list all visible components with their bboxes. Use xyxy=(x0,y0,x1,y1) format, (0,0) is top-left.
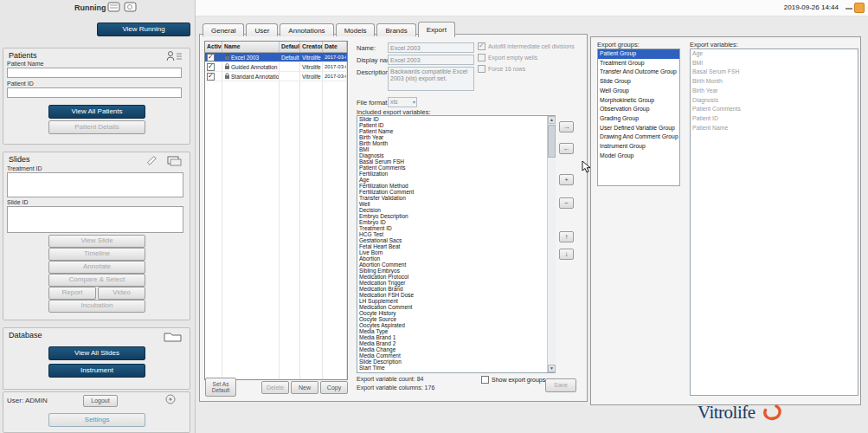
variable-item[interactable]: Decision xyxy=(357,207,546,213)
logout-button[interactable]: Logout xyxy=(83,395,118,407)
export-group-item[interactable]: Well Group xyxy=(598,87,679,96)
variable-item[interactable]: Embryo ID xyxy=(357,219,546,225)
tab[interactable]: Brands xyxy=(376,23,415,36)
variable-item[interactable]: Patient ID xyxy=(357,122,546,128)
annotate-button[interactable]: Annotate xyxy=(48,261,145,274)
view-slide-button[interactable]: View Slide xyxy=(48,235,145,248)
timeline-button[interactable]: Timeline xyxy=(48,248,145,261)
variable-item[interactable]: Start Time xyxy=(357,365,546,371)
view-running-button[interactable]: View Running xyxy=(97,23,190,36)
video-button[interactable]: Video xyxy=(98,287,145,300)
variable-item[interactable]: Diagnosis xyxy=(357,152,546,158)
view-all-slides-button[interactable]: View All Slides xyxy=(48,346,145,360)
scroll-thumb[interactable] xyxy=(548,125,556,158)
variable-item[interactable]: Media Type xyxy=(357,328,546,334)
variable-item[interactable]: Treatment ID xyxy=(357,225,546,231)
variable-item[interactable]: Fetal Heart Beat xyxy=(357,243,546,249)
group-variable-item[interactable]: Patient Comments xyxy=(691,105,858,114)
description-input[interactable]: Backwards compatible Excel 2003 (xls) ex… xyxy=(388,67,474,91)
active-checkbox[interactable] xyxy=(207,73,215,81)
active-checkbox[interactable] xyxy=(207,63,215,71)
variable-item[interactable]: Fertilization Comment xyxy=(357,189,546,195)
transfer-button[interactable]: ← xyxy=(559,143,574,154)
transfer-button[interactable]: → xyxy=(559,121,574,132)
file-format-select[interactable]: xls ▾ xyxy=(388,97,417,107)
export-option-checkbox[interactable]: Autofill intermediate cell divisions xyxy=(478,42,575,50)
patient-id-input[interactable] xyxy=(7,87,182,98)
variable-item[interactable]: Medication FSH Dose xyxy=(357,292,546,298)
show-export-groups-checkbox[interactable]: Show export groups xyxy=(481,376,545,384)
active-checkbox[interactable] xyxy=(207,54,215,61)
group-variable-item[interactable]: Patient ID xyxy=(691,114,858,124)
compare-select-button[interactable]: Compare & Select xyxy=(48,274,145,287)
variable-item[interactable]: Birth Month xyxy=(357,140,546,146)
variable-item[interactable]: Embryo Description xyxy=(357,213,546,219)
copy-button[interactable]: Copy xyxy=(320,381,348,394)
variable-item[interactable]: Transfer Validation xyxy=(357,195,546,201)
variable-item[interactable]: Slide ID xyxy=(357,116,546,122)
variable-item[interactable]: Media Change xyxy=(357,346,546,352)
group-variable-item[interactable]: BMI xyxy=(691,59,858,68)
variable-item[interactable]: Oocyte History xyxy=(357,310,546,316)
variable-item[interactable]: Fertilization Method xyxy=(357,183,546,189)
window-icon[interactable] xyxy=(854,3,865,13)
tab[interactable]: Export xyxy=(418,22,455,37)
set-as-default-button[interactable]: Set As Default xyxy=(205,378,236,397)
scroll-up-icon[interactable]: ▲ xyxy=(548,116,556,124)
scrollbar[interactable]: ▲ ▼ xyxy=(547,116,556,372)
variable-item[interactable]: Birth Year xyxy=(357,134,546,140)
group-variable-item[interactable]: Birth Year xyxy=(691,87,858,96)
variable-item[interactable]: Abortion xyxy=(357,255,546,262)
export-group-item[interactable]: Morphokinetic Group xyxy=(598,96,679,106)
instrument-button[interactable]: Instrument xyxy=(48,364,145,378)
group-variable-item[interactable]: Birth Month xyxy=(691,77,858,87)
variable-item[interactable]: Slide Description xyxy=(357,359,546,365)
minimize-icon[interactable] xyxy=(845,8,852,10)
variable-item[interactable]: Gestational Sacs xyxy=(357,237,546,243)
export-set-row[interactable]: Excel 2003 Default Vitrolife 2017-03-01 xyxy=(205,53,347,62)
export-set-row[interactable]: Standard Annotation CSV Vitrolife 2017-0… xyxy=(205,72,347,81)
tab[interactable]: Annotations xyxy=(280,23,333,36)
delete-button[interactable]: Delete xyxy=(261,381,289,394)
export-group-item[interactable]: Transfer And Outcome Group xyxy=(598,68,679,77)
variable-item[interactable]: Oocytes Aspirated xyxy=(357,322,546,328)
variable-item[interactable]: Media Brand 1 xyxy=(357,334,546,340)
tab[interactable]: Models xyxy=(336,23,376,36)
group-variable-item[interactable]: Patient Name xyxy=(691,124,858,133)
treatment-id-listbox[interactable] xyxy=(7,172,183,197)
export-group-item[interactable]: Slide Group xyxy=(598,77,679,87)
export-group-item[interactable]: Drawing And Comment Group xyxy=(598,132,679,142)
export-group-item[interactable]: Grading Group xyxy=(598,114,679,124)
export-group-item[interactable]: Instrument Group xyxy=(598,142,679,152)
variable-item[interactable]: HCG Test xyxy=(357,231,546,237)
transfer-button[interactable]: − xyxy=(559,197,574,209)
tab[interactable]: General xyxy=(203,23,244,36)
variable-item[interactable]: Medication Comment xyxy=(357,304,546,310)
variable-item[interactable]: LH Supplement xyxy=(357,298,546,304)
group-variable-item[interactable]: Basal Serum FSH xyxy=(691,68,858,77)
export-option-checkbox[interactable]: Export empty wells xyxy=(478,54,537,61)
report-button[interactable]: Report xyxy=(48,287,96,300)
patient-details-button[interactable]: Patient Details xyxy=(48,120,145,134)
transfer-button[interactable]: + xyxy=(559,174,574,185)
export-group-item[interactable]: User Defined Variable Group xyxy=(598,124,679,133)
view-all-patients-button[interactable]: View All Patients xyxy=(48,105,145,119)
variable-item[interactable]: Sibling Embryos xyxy=(357,268,546,274)
tab[interactable]: User xyxy=(246,23,278,36)
transfer-button[interactable]: ↑ xyxy=(559,231,574,242)
name-input[interactable] xyxy=(388,42,474,53)
variable-item[interactable]: Age xyxy=(357,177,546,183)
variable-item[interactable]: Well xyxy=(357,201,546,207)
variable-item[interactable]: Media Brand 2 xyxy=(357,340,546,346)
variable-item[interactable]: Medication Brand xyxy=(357,286,546,292)
variable-item[interactable]: Abortion Comment xyxy=(357,262,546,268)
variable-item[interactable]: BMI xyxy=(357,146,546,152)
variable-item[interactable]: Media Comment xyxy=(357,352,546,359)
variable-item[interactable]: Patient Name xyxy=(357,128,546,134)
variable-item[interactable]: Fertilization xyxy=(357,171,546,177)
patient-name-input[interactable] xyxy=(7,68,182,78)
export-option-checkbox[interactable]: Force 16 rows xyxy=(478,65,525,73)
variable-item[interactable]: Patient Comments xyxy=(357,165,546,171)
scroll-down-icon[interactable]: ▼ xyxy=(548,365,556,372)
export-set-row[interactable]: Guided Annotation CSV Vitrolife 2017-03-… xyxy=(205,62,347,72)
